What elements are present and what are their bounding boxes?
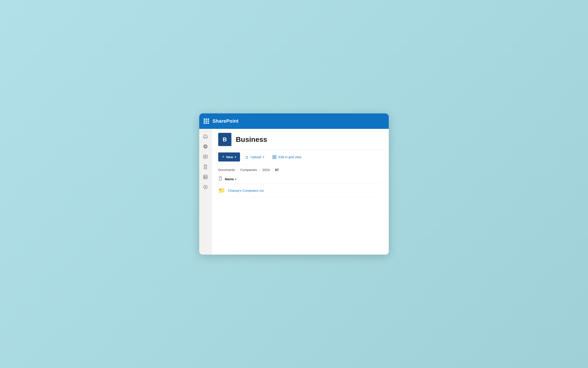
folder-icon: 📁 [218, 187, 225, 194]
breadcrumb-companies[interactable]: Companies [240, 168, 257, 172]
sidebar [199, 129, 211, 255]
plus-icon: + [222, 155, 225, 159]
file-list-header: Name ∨ [218, 174, 382, 184]
upload-chevron-icon: ▾ [263, 156, 264, 159]
breadcrumb-2024[interactable]: 2024 [262, 168, 270, 172]
name-column-header[interactable]: Name ∨ [225, 177, 237, 181]
add-icon[interactable] [202, 183, 209, 191]
svg-rect-22 [275, 157, 276, 159]
home-icon[interactable] [202, 132, 209, 140]
svg-rect-20 [275, 155, 276, 157]
sharepoint-window: SharePoint [199, 113, 389, 255]
new-button[interactable]: + New ▾ [218, 152, 240, 162]
main-layout: B Business + New ▾ Upload [199, 129, 389, 255]
svg-rect-19 [273, 155, 274, 157]
upload-icon [245, 155, 249, 159]
svg-point-1 [204, 145, 206, 148]
site-name: Business [236, 136, 267, 144]
breadcrumb-sep-3: › [272, 168, 273, 171]
site-header: B Business [211, 129, 389, 150]
svg-rect-21 [273, 157, 274, 159]
new-label: New [226, 155, 233, 159]
breadcrumb-bar: Documents › Companies › 2024 › 07 [211, 164, 389, 174]
file-name[interactable]: Chanay's Computers Inc [228, 189, 264, 192]
grid-icon [272, 155, 277, 159]
edit-grid-button[interactable]: Edit in grid view [269, 153, 305, 162]
content-area: B Business + New ▾ Upload [211, 129, 389, 255]
site-logo: B [218, 133, 231, 146]
name-sort-icon: ∨ [235, 178, 237, 181]
globe-icon[interactable] [202, 143, 209, 150]
file-list: Name ∨ 📁 Chanay's Computers Inc [211, 174, 389, 255]
toolbar: + New ▾ Upload ▾ [211, 150, 389, 164]
svg-rect-10 [203, 175, 207, 179]
upload-label: Upload [251, 155, 261, 159]
chevron-down-icon: ▾ [235, 156, 236, 159]
edit-grid-label: Edit in grid view [278, 155, 301, 159]
page-icon[interactable] [202, 163, 209, 171]
news-icon[interactable] [202, 153, 209, 161]
topbar: SharePoint [199, 113, 389, 129]
breadcrumb: Documents › Companies › 2024 › 07 [218, 168, 382, 172]
table-row[interactable]: 📁 Chanay's Computers Inc [218, 184, 382, 197]
file-header-icon [218, 176, 223, 182]
list-icon[interactable] [202, 173, 209, 181]
breadcrumb-sep-2: › [259, 168, 260, 171]
upload-button[interactable]: Upload ▾ [242, 153, 267, 161]
breadcrumb-current[interactable]: 07 [275, 168, 279, 172]
app-title: SharePoint [212, 118, 238, 124]
svg-point-0 [203, 145, 207, 148]
app-launcher-icon[interactable] [204, 119, 209, 124]
breadcrumb-sep-1: › [237, 168, 238, 171]
breadcrumb-documents[interactable]: Documents [218, 168, 235, 172]
